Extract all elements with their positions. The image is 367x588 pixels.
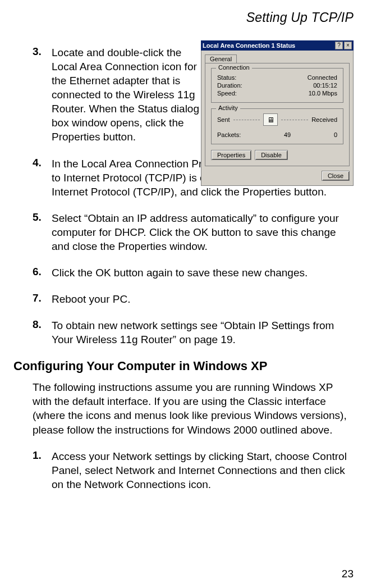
step-7-number: 7. xyxy=(33,292,52,304)
connection-group: Connection Status: Connected Duration: 0… xyxy=(211,68,343,103)
step-8-number: 8. xyxy=(33,318,52,331)
close-button[interactable]: Close xyxy=(322,171,350,181)
xp-step-1-text: Access your Network settings by clicking… xyxy=(52,449,354,491)
step-5-text: Select “Obtain an IP address automatical… xyxy=(52,211,354,253)
xp-content: 1. Access your Network settings by click… xyxy=(13,449,354,491)
duration-row: Duration: 00:15:12 xyxy=(217,82,337,89)
speed-label: Speed: xyxy=(217,90,237,97)
speed-row: Speed: 10.0 Mbps xyxy=(217,90,337,97)
duration-value: 00:15:12 xyxy=(313,82,337,89)
help-icon[interactable]: ? xyxy=(335,42,343,49)
connection-legend: Connection xyxy=(216,64,252,71)
step-4-number: 4. xyxy=(33,157,52,169)
activity-header: Sent 🖥 Received xyxy=(217,113,337,126)
step-7-text: Reboot your PC. xyxy=(52,292,354,306)
step-6: 6. Click the OK button again to save the… xyxy=(33,266,354,280)
activity-legend: Activity xyxy=(216,104,240,111)
step-8: 8. To obtain new network settings see “O… xyxy=(33,318,354,347)
status-dialog: Local Area Connection 1 Status ? × Gener… xyxy=(201,40,354,186)
step-8-text: To obtain new network settings see “Obta… xyxy=(52,318,354,347)
section-intro: The following instructions assume you ar… xyxy=(13,380,354,436)
tab-panel: Connection Status: Connected Duration: 0… xyxy=(205,63,350,166)
disable-button[interactable]: Disable xyxy=(255,150,288,160)
tab-general[interactable]: General xyxy=(205,54,237,63)
status-value: Connected xyxy=(308,74,337,81)
step-6-number: 6. xyxy=(33,266,52,278)
packets-row: Packets: 49 0 xyxy=(217,131,337,138)
separator-right xyxy=(281,120,308,120)
section-heading: Configuring Your Computer in Windows XP xyxy=(13,359,354,373)
packets-label: Packets: xyxy=(217,131,241,138)
dialog-title: Local Area Connection 1 Status xyxy=(203,42,334,49)
properties-button[interactable]: Properties xyxy=(211,150,251,160)
activity-group: Activity Sent 🖥 Received Packets: 49 0 xyxy=(211,108,343,144)
duration-label: Duration: xyxy=(217,82,242,89)
running-head: Setting Up TCP/IP xyxy=(13,10,354,25)
xp-step-1-number: 1. xyxy=(33,449,52,462)
step-3-text: Locate and double-click the Local Area C… xyxy=(52,45,203,144)
page-number: 23 xyxy=(342,568,354,580)
close-icon[interactable]: × xyxy=(344,42,352,49)
dialog-body: General Connection Status: Connected Dur… xyxy=(201,51,354,186)
close-row: Close xyxy=(205,171,350,181)
speed-value: 10.0 Mbps xyxy=(309,90,337,97)
step-7: 7. Reboot your PC. xyxy=(33,292,354,306)
xp-step-1: 1. Access your Network settings by click… xyxy=(33,449,354,491)
dialog-button-row: Properties Disable xyxy=(211,150,343,160)
status-label: Status: xyxy=(217,74,236,81)
computer-icon: 🖥 xyxy=(263,113,278,126)
separator-left xyxy=(233,120,260,120)
packets-received: 0 xyxy=(334,131,337,138)
dialog-titlebar: Local Area Connection 1 Status ? × xyxy=(201,40,354,51)
step-5: 5. Select “Obtain an IP address automati… xyxy=(33,211,354,253)
received-label: Received xyxy=(311,116,337,123)
step-5-number: 5. xyxy=(33,211,52,224)
packets-sent: 49 xyxy=(284,131,291,138)
status-row: Status: Connected xyxy=(217,74,337,81)
step-6-text: Click the OK button again to save these … xyxy=(52,266,354,280)
sent-label: Sent xyxy=(217,116,230,123)
step-3-number: 3. xyxy=(33,45,52,58)
